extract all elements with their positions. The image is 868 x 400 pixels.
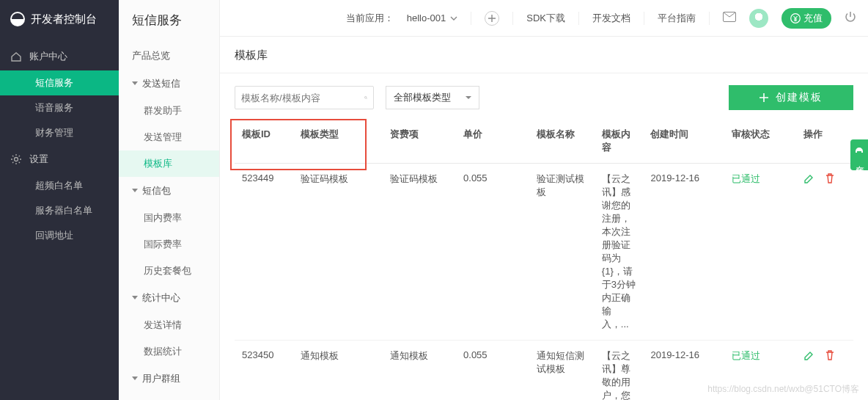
power-button[interactable]	[845, 11, 856, 25]
sidebar-item-语音服务[interactable]: 语音服务	[0, 95, 119, 120]
table-cell: 0.055	[456, 341, 529, 401]
plus-icon	[760, 93, 768, 102]
online-consult-button[interactable]: 在线咨询	[850, 139, 868, 170]
subnav-item-发送管理[interactable]: 发送管理	[119, 124, 219, 150]
edit-button[interactable]	[803, 349, 815, 363]
subnav-item-群发助手[interactable]: 群发助手	[119, 98, 219, 124]
topnav-link-docs[interactable]: 开发文档	[592, 12, 630, 25]
sidebar-item-超频白名单[interactable]: 超频白名单	[0, 173, 119, 198]
subnav-group-短信包[interactable]: 短信包	[119, 177, 219, 205]
topnav-link-sdk[interactable]: SDK下载	[526, 12, 565, 25]
current-app-value: hello-001	[407, 12, 446, 23]
column-header: 审核状态	[724, 119, 796, 164]
logo-icon	[9, 10, 26, 28]
edit-icon[interactable]	[803, 349, 815, 361]
topbar: 当前应用： hello-001 SDK下载 开发文档 平台指南 充值	[220, 0, 868, 37]
current-app-label: 当前应用：	[346, 12, 394, 25]
add-app-button[interactable]	[485, 11, 499, 26]
primary-sidebar: 开发者控制台 账户中心短信服务语音服务财务管理设置超频白名单服务器白名单回调地址	[0, 0, 119, 400]
table-cell: 0.055	[456, 164, 529, 341]
avatar[interactable]	[749, 9, 768, 28]
caret-down-icon	[466, 95, 471, 101]
template-type-value: 全部模板类型	[394, 91, 451, 104]
subnav-item-模板库[interactable]: 模板库	[119, 150, 219, 177]
table-cell: 【云之讯】尊敬的用户，您已成功报名我	[595, 341, 644, 401]
subnav-item-数据统计[interactable]: 数据统计	[119, 338, 219, 365]
delete-button[interactable]	[824, 172, 836, 186]
table-row: 523449验证码模板验证码模板0.055验证测试模板【云之讯】感谢您的注册，本…	[235, 164, 853, 341]
search-box[interactable]	[235, 86, 374, 109]
table-cell: 523450	[235, 341, 293, 401]
mail-icon	[723, 12, 736, 22]
recharge-label: 充值	[803, 12, 823, 25]
main-area: 当前应用： hello-001 SDK下载 开发文档 平台指南 充值	[220, 0, 868, 400]
column-header: 模板类型	[293, 119, 383, 164]
watermark: https://blog.csdn.net/wxb@51CTO博客	[707, 383, 859, 396]
subnav-item-国际费率[interactable]: 国际费率	[119, 231, 219, 258]
current-app-selector[interactable]: hello-001	[407, 12, 458, 23]
search-input[interactable]	[241, 92, 364, 103]
chevron-down-icon	[450, 15, 457, 22]
table-cell: 通知短信测试模板	[529, 341, 595, 401]
column-header: 创建时间	[643, 119, 724, 164]
toolbar: 全部模板类型 创建模板	[235, 85, 853, 110]
table-header-row: 模板ID模板类型资费项单价模板名称模板内容创建时间审核状态操作	[235, 119, 853, 164]
column-header: 模板内容	[595, 119, 644, 164]
status-cell: 已通过	[724, 164, 796, 341]
table-cell: 验证测试模板	[529, 164, 595, 341]
edit-button[interactable]	[803, 172, 815, 186]
subnav-group-用户群组[interactable]: 用户群组	[119, 365, 219, 393]
subnav-item-国内费率[interactable]: 国内费率	[119, 205, 219, 231]
sidebar-item-短信服务[interactable]: 短信服务	[0, 70, 119, 95]
sidebar-item-回调地址[interactable]: 回调地址	[0, 223, 119, 248]
table-cell: 验证码模板	[383, 164, 456, 341]
table-cell: 523449	[235, 164, 293, 341]
secondary-sidebar-title: 短信服务	[119, 0, 219, 42]
edit-icon[interactable]	[803, 172, 815, 184]
trash-icon[interactable]	[824, 349, 836, 361]
table-cell: 2019-12-16	[643, 164, 724, 341]
gear-icon	[10, 153, 22, 165]
subnav-item-发送详情[interactable]: 发送详情	[119, 312, 219, 338]
template-type-select[interactable]: 全部模板类型	[386, 86, 479, 109]
trash-icon[interactable]	[824, 172, 836, 184]
plus-icon	[488, 14, 496, 23]
sidebar-group-账户中心[interactable]: 账户中心	[0, 43, 119, 70]
recharge-button[interactable]: 充值	[781, 8, 831, 29]
column-header: 资费项	[383, 119, 456, 164]
subnav-item-历史套餐包[interactable]: 历史套餐包	[119, 258, 219, 284]
home-icon	[10, 51, 22, 62]
delete-button[interactable]	[824, 349, 836, 363]
column-header: 模板名称	[529, 119, 595, 164]
svg-point-1	[15, 158, 18, 161]
sidebar-group-label: 账户中心	[29, 50, 67, 63]
power-icon	[845, 11, 856, 23]
content: 全部模板类型 创建模板 模板ID模板类型资费项单价模板名称模板内容创建时间审核状…	[220, 73, 868, 400]
table-cell: 通知模板	[293, 341, 383, 401]
column-header: 模板ID	[235, 119, 293, 164]
yen-icon	[790, 13, 801, 23]
ops-cell	[796, 164, 853, 341]
subnav-item-产品总览[interactable]: 产品总览	[119, 42, 219, 70]
search-icon[interactable]	[364, 92, 367, 103]
topnav-link-guide[interactable]: 平台指南	[658, 12, 696, 25]
column-header: 单价	[456, 119, 529, 164]
svg-point-4	[364, 96, 367, 98]
messages-button[interactable]	[723, 12, 736, 24]
sidebar-group-设置[interactable]: 设置	[0, 145, 119, 173]
table-cell: 验证码模板	[293, 164, 383, 341]
headset-icon	[854, 145, 864, 156]
brand-logo: 开发者控制台	[0, 0, 119, 43]
table-cell: 【云之讯】感谢您的注册，本次注册验证码为{1}，请于3分钟内正确输入，...	[595, 164, 644, 341]
sidebar-group-label: 设置	[29, 153, 48, 166]
subnav-group-发送短信[interactable]: 发送短信	[119, 70, 219, 98]
page-title: 模板库	[220, 37, 868, 73]
sidebar-item-服务器白名单[interactable]: 服务器白名单	[0, 198, 119, 223]
sidebar-item-财务管理[interactable]: 财务管理	[0, 120, 119, 145]
column-header: 操作	[796, 119, 853, 164]
status-badge: 已通过	[732, 173, 760, 184]
secondary-sidebar: 短信服务 产品总览发送短信群发助手发送管理模板库短信包国内费率国际费率历史套餐包…	[119, 0, 220, 400]
brand-text: 开发者控制台	[31, 12, 97, 26]
subnav-group-统计中心[interactable]: 统计中心	[119, 284, 219, 312]
create-template-button[interactable]: 创建模板	[729, 85, 853, 110]
